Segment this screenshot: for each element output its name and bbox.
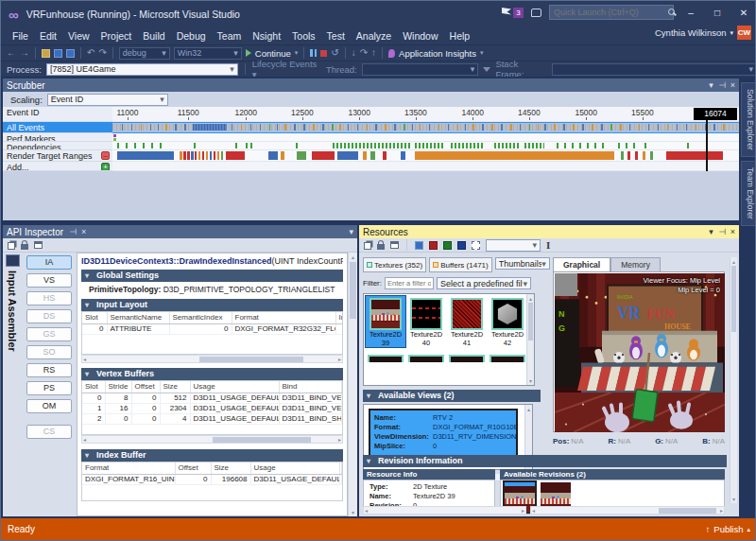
table-row[interactable]: DXGI_FORMAT_R16_UINT0196608D3D11_USAGE_D… <box>82 474 342 484</box>
menu-item-file[interactable]: File <box>7 28 34 44</box>
step-out-icon[interactable]: ↑ <box>371 47 376 59</box>
navigate-back-icon[interactable]: ← <box>7 47 16 59</box>
red-channel-icon[interactable] <box>429 241 438 250</box>
resource-info-header[interactable]: Resource Info <box>363 469 495 480</box>
undo-icon[interactable]: ↶ <box>87 47 94 59</box>
application-insights-button[interactable]: Application Insights <box>399 48 476 59</box>
render-target-ranges-row[interactable]: Render Target Ranges – <box>3 150 739 162</box>
current-event-box[interactable]: 16074 <box>694 108 737 120</box>
api-inspector-title-bar[interactable]: API Inspector ⊤ × ▾ <box>3 225 357 238</box>
window-position-caret[interactable]: ▾ <box>709 80 713 90</box>
index-buffer-table[interactable]: FormatOffsetSizeUsageBindDXGI_FORMAT_R16… <box>82 462 342 485</box>
continue-play-icon[interactable] <box>246 49 251 57</box>
window-position-caret[interactable]: ▾ <box>349 227 353 236</box>
menu-item-nsight[interactable]: Nsight <box>247 28 286 44</box>
menu-item-view[interactable]: View <box>62 28 95 44</box>
perf-markers-track[interactable] <box>112 133 739 142</box>
column-header[interactable]: Offset <box>175 462 211 474</box>
stage-button-om[interactable]: OM <box>26 399 72 413</box>
all-events-band[interactable] <box>112 124 739 131</box>
column-header[interactable]: Usage <box>190 381 279 393</box>
remove-track-button[interactable]: – <box>101 151 110 160</box>
stop-debugging-icon[interactable] <box>320 50 327 57</box>
copy-icon[interactable] <box>364 242 371 250</box>
pin-icon[interactable]: ⊤ <box>717 81 727 89</box>
add-track-row[interactable]: Add... + <box>3 162 739 171</box>
column-header[interactable]: Stride <box>105 381 131 393</box>
title-bar[interactable]: ∞ VRFunhouse (Running) - Microsoft Visua… <box>1 1 756 27</box>
navigate-forward-icon[interactable]: → <box>20 47 29 59</box>
textures-toggle-button[interactable]: Textures (352) <box>363 257 426 272</box>
column-header[interactable]: SemanticName <box>107 312 169 323</box>
continue-caret[interactable]: ▾ <box>295 47 299 59</box>
horizontal-scrollbar[interactable]: ◂▸ <box>530 506 725 515</box>
continue-button[interactable]: Continue <box>255 48 291 59</box>
redo-icon[interactable]: ↷ <box>98 47 106 59</box>
column-header[interactable]: Format <box>82 462 175 474</box>
close-icon[interactable]: × <box>81 227 86 236</box>
feedback-icon[interactable] <box>531 9 541 17</box>
column-header[interactable]: InputSlot <box>335 312 343 323</box>
open-file-icon[interactable] <box>42 49 50 58</box>
menu-item-help[interactable]: Help <box>444 28 476 44</box>
dependencies-track[interactable] <box>112 142 739 150</box>
alpha-channel-icon[interactable] <box>472 241 480 250</box>
pin-icon[interactable]: ⊤ <box>68 228 77 236</box>
restart-icon[interactable]: ↺ <box>331 47 338 59</box>
table-row[interactable]: 2004D3D11_USAGE_DEFAULTD3D11_BIND_SHADER… <box>82 413 342 424</box>
vertical-scrollbar[interactable]: ▴▾ <box>730 257 737 503</box>
column-header[interactable]: Size <box>211 462 250 474</box>
scaling-dropdown[interactable]: Event ID▾ <box>47 94 168 106</box>
texture-thumbnail-41[interactable]: Texture2D41 <box>447 296 487 347</box>
stage-button-ia[interactable]: IA <box>26 255 72 270</box>
application-insights-caret[interactable]: ▾ <box>480 47 484 59</box>
filter-threads-icon[interactable] <box>483 67 490 72</box>
avatar[interactable]: CW <box>737 26 751 40</box>
menu-item-analyze[interactable]: Analyze <box>351 28 397 44</box>
buffers-toggle-button[interactable]: Buffers (1471) <box>429 257 492 272</box>
save-icon[interactable] <box>54 49 62 58</box>
list-vertical-scrollbar[interactable]: ▴▾ <box>526 294 534 385</box>
vertex-buffers-header[interactable]: Vertex Buffers <box>81 368 343 380</box>
column-header[interactable]: Bind <box>279 381 342 393</box>
notification-count-badge[interactable]: 3 <box>513 8 524 18</box>
table-row[interactable]: 0ATTRIBUTE0DXGI_FORMAT_R32G32_FLOAT00 <box>82 323 343 334</box>
dependencies-label[interactable]: Dependencies <box>3 142 112 150</box>
graphical-viewer[interactable]: N G NVIDIA VR FUN HOUSE <box>553 271 725 432</box>
stage-view-icon[interactable] <box>6 254 20 267</box>
menu-item-window[interactable]: Window <box>397 28 443 44</box>
menu-item-test[interactable]: Test <box>321 28 351 44</box>
new-window-icon[interactable] <box>390 241 399 249</box>
tab-graphical[interactable]: Graphical <box>553 257 610 271</box>
horizontal-scrollbar[interactable]: ◂▸ <box>81 435 343 444</box>
input-layout-table[interactable]: SlotSemanticNameSemanticIndexFormatInput… <box>82 312 343 335</box>
stack-frame-dropdown[interactable]: ▾ <box>552 63 756 76</box>
column-header[interactable]: Slot <box>82 312 107 323</box>
predefined-filter-dropdown[interactable]: Select a predefined filter▾ <box>437 277 531 289</box>
perf-markers-label[interactable]: Perf Markers <box>3 133 112 142</box>
menu-item-debug[interactable]: Debug <box>171 28 212 44</box>
user-area[interactable]: Cynthia Wilkinson ▾ CW <box>655 26 751 40</box>
stage-button-ps[interactable]: PS <box>26 381 72 395</box>
thread-dropdown[interactable]: ▾ <box>362 63 479 76</box>
texture-thumbnail-39[interactable]: Texture2D39 <box>366 296 405 347</box>
quick-launch-box[interactable] <box>549 5 674 20</box>
ibeam-icon[interactable]: I <box>546 239 550 251</box>
save-all-icon[interactable] <box>66 49 75 58</box>
add-track-button[interactable]: + <box>101 163 110 171</box>
column-header[interactable]: Slot <box>82 381 105 393</box>
menu-item-team[interactable]: Team <box>212 28 248 44</box>
column-header[interactable]: Bind <box>339 462 342 474</box>
all-events-label[interactable]: All Events <box>3 122 112 133</box>
menu-item-edit[interactable]: Edit <box>34 28 62 44</box>
maximize-button[interactable]: □ <box>708 8 727 18</box>
process-dropdown[interactable]: [7852] UE4Game▾ <box>46 63 238 76</box>
mip-level-dropdown[interactable]: ▾ <box>486 239 541 252</box>
publish-button[interactable]: ↑Publish▴ <box>706 524 750 534</box>
side-tab-team-explorer[interactable]: Team Explorer <box>741 161 756 226</box>
column-header[interactable]: SemanticIndex <box>169 312 232 323</box>
texture-thumbnail-42[interactable]: Texture2D42 <box>488 296 527 347</box>
add-track-label[interactable]: Add... + <box>3 162 112 171</box>
available-revisions-header[interactable]: Available Revisions (2) <box>500 469 725 480</box>
table-row[interactable]: 080512D3D11_USAGE_DEFAULTD3D11_BIND_VERT… <box>82 393 342 403</box>
